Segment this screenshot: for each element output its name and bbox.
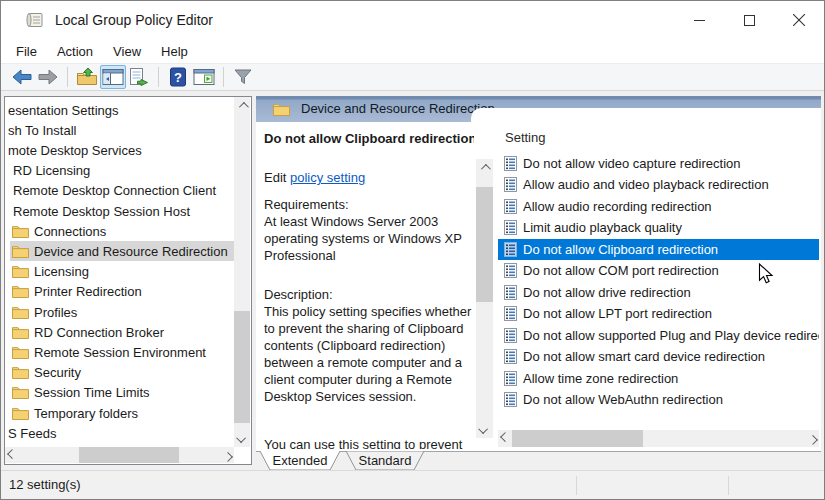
scrollbar-thumb[interactable] [512, 430, 643, 447]
menu-action[interactable]: Action [54, 42, 96, 61]
tree-item-connections[interactable]: Connections [5, 221, 234, 241]
minimize-button[interactable] [674, 1, 724, 39]
description-label: Description: [264, 286, 472, 303]
folder-icon [273, 102, 290, 120]
tree-vertical-scrollbar[interactable] [234, 97, 250, 447]
tree-item-label: Temporary folders [34, 406, 138, 421]
tree-item-label: RD Connection Broker [34, 325, 164, 340]
folder-icon [12, 245, 29, 258]
tree-item-device-and-resource-redirection[interactable]: Device and Resource Redirection [10, 241, 234, 261]
export-list-icon [128, 67, 150, 87]
tree-item-remote-desktop-session-host[interactable]: Remote Desktop Session Host [5, 201, 234, 221]
console-tree: esentation Settingssh To Installmote Des… [5, 97, 234, 447]
export-list-button[interactable] [126, 65, 152, 89]
tree-item-rd-licensing[interactable]: RD Licensing [5, 161, 234, 181]
policy-setting-link[interactable]: policy setting [290, 170, 365, 185]
menu-file[interactable]: File [13, 42, 40, 61]
tree-item-label: Profiles [34, 305, 77, 320]
tree-item-licensing[interactable]: Licensing [5, 262, 234, 282]
scrollbar-thumb[interactable] [476, 187, 493, 302]
setting-row-do-not-allow-clipboard-redirection[interactable]: Do not allow Clipboard redirection [498, 239, 819, 260]
policy-setting-icon [504, 328, 517, 343]
list-horizontal-scrollbar[interactable] [498, 430, 819, 447]
up-one-level-button[interactable] [74, 65, 100, 89]
status-separator [576, 476, 577, 495]
folder-icon [12, 326, 29, 339]
setting-row-allow-audio-recording-redirection[interactable]: Allow audio recording redirection [498, 196, 819, 217]
toolbar-separator [223, 67, 224, 87]
window-controls [674, 1, 824, 39]
scroll-up-button[interactable] [234, 97, 250, 113]
tree-item-security[interactable]: Security [5, 363, 234, 383]
forward-arrow-icon [37, 67, 59, 87]
scrollbar-thumb[interactable] [234, 311, 250, 423]
scroll-right-button[interactable] [218, 447, 234, 463]
requirements-label: Requirements: [264, 196, 472, 213]
scroll-up-button[interactable] [476, 159, 492, 175]
back-button[interactable] [9, 65, 35, 89]
detail-vertical-scrollbar[interactable] [476, 159, 493, 438]
setting-label: Do not allow smart card device redirecti… [523, 349, 765, 364]
setting-row-do-not-allow-lpt-port-redirection[interactable]: Do not allow LPT port redirection [498, 303, 819, 324]
close-button[interactable] [774, 1, 824, 39]
setting-row-limit-audio-playback-quality[interactable]: Limit audio playback quality [498, 217, 819, 238]
tab-extended[interactable]: Extended [259, 451, 341, 471]
requirements-text: At least Windows Server 2003 operating s… [264, 213, 472, 264]
tree-item-rd-connection-broker[interactable]: RD Connection Broker [5, 322, 234, 342]
tree-item-temporary-folders[interactable]: Temporary folders [5, 403, 234, 423]
tree-horizontal-scrollbar[interactable] [5, 447, 234, 463]
forward-button[interactable] [35, 65, 61, 89]
tree-item-label: Remote Desktop Session Host [13, 204, 190, 219]
filter-button[interactable] [230, 65, 256, 89]
setting-row-do-not-allow-webauthn-redirection[interactable]: Do not allow WebAuthn redirection [498, 389, 819, 410]
tab-label: Extended [259, 453, 341, 468]
setting-row-do-not-allow-supported-plug-and-play-device-redirection[interactable]: Do not allow supported Plug and Play dev… [498, 325, 819, 346]
folder-icon [12, 225, 29, 238]
show-action-pane-button[interactable] [191, 65, 217, 89]
scrollbar-thumb[interactable] [79, 447, 179, 463]
maximize-button[interactable] [724, 1, 774, 39]
policy-setting-icon [504, 263, 517, 278]
setting-row-do-not-allow-smart-card-device-redirection[interactable]: Do not allow smart card device redirecti… [498, 346, 819, 367]
tree-item-profiles[interactable]: Profiles [5, 302, 234, 322]
setting-row-allow-time-zone-redirection[interactable]: Allow time zone redirection [498, 368, 819, 389]
tree-item-sh-to-install[interactable]: sh To Install [5, 120, 234, 140]
setting-row-do-not-allow-video-capture-redirection[interactable]: Do not allow video capture redirection [498, 153, 819, 174]
scroll-down-button[interactable] [476, 422, 492, 438]
tree-item-remote-session-environment[interactable]: Remote Session Environment [5, 342, 234, 362]
scroll-down-button[interactable] [234, 431, 250, 447]
local-group-policy-editor-window: Local Group Policy Editor FileActionView… [0, 0, 825, 500]
tab-standard[interactable]: Standard [345, 451, 425, 471]
tree-item-mote-desktop-services[interactable]: mote Desktop Services [5, 140, 234, 160]
tree-item-s-feeds[interactable]: S Feeds [5, 423, 234, 443]
folder-icon [12, 386, 29, 399]
folder-icon [12, 346, 29, 359]
setting-label: Do not allow drive redirection [523, 285, 691, 300]
tree-item-printer-redirection[interactable]: Printer Redirection [5, 282, 234, 302]
show-console-tree-button[interactable] [100, 65, 126, 89]
policy-setting-icon [504, 349, 517, 364]
setting-row-allow-audio-and-video-playback-redirection[interactable]: Allow audio and video playback redirecti… [498, 174, 819, 195]
tree-item-esentation-settings[interactable]: esentation Settings [5, 100, 234, 120]
scroll-right-button[interactable] [803, 430, 819, 446]
policy-setting-icon [504, 371, 517, 386]
tree-item-session-time-limits[interactable]: Session Time Limits [5, 383, 234, 403]
menu-view[interactable]: View [110, 42, 144, 61]
menu-help[interactable]: Help [158, 42, 191, 61]
scroll-left-button[interactable] [5, 447, 21, 463]
setting-column-header[interactable]: Setting [505, 130, 545, 145]
back-arrow-icon [11, 67, 33, 87]
policy-detail-column: Do not allow Clipboard redirection Edit … [258, 122, 474, 449]
setting-label: Do not allow WebAuthn redirection [523, 392, 723, 407]
tree-item-label: Session Time Limits [34, 385, 150, 400]
toolbar: ? [1, 63, 824, 91]
setting-label: Allow audio and video playback redirecti… [523, 177, 769, 192]
folder-icon [12, 265, 29, 278]
folder-icon [12, 285, 29, 298]
folder-icon [12, 407, 29, 420]
help-button[interactable]: ? [165, 65, 191, 89]
tree-item-remote-desktop-connection-client[interactable]: Remote Desktop Connection Client [5, 181, 234, 201]
policy-setting-icon [504, 220, 517, 235]
help-icon: ? [168, 67, 188, 87]
description-more-text: You can use this setting to prevent [264, 436, 472, 449]
